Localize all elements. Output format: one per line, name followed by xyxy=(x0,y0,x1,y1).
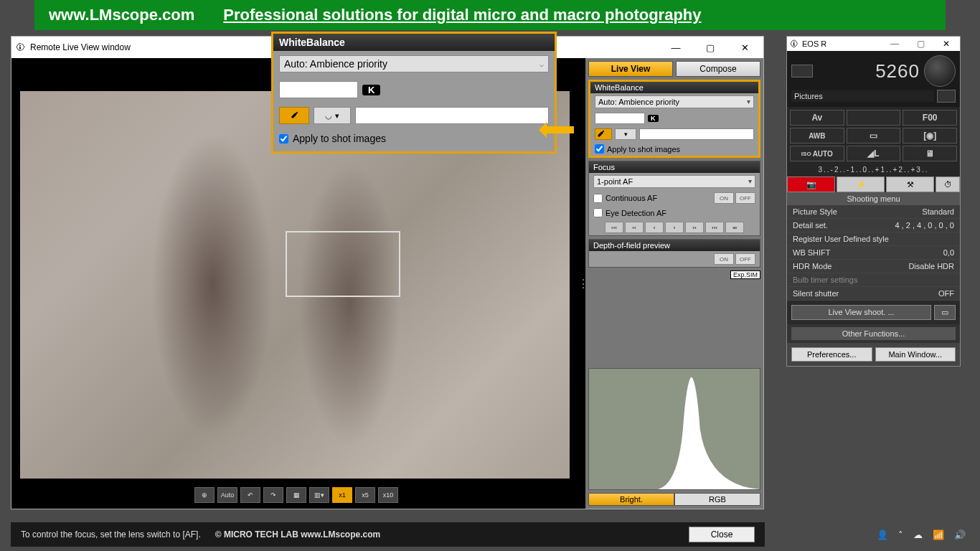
chevron-up-icon[interactable]: ˄ xyxy=(898,529,903,540)
eos-minimize[interactable]: — xyxy=(884,39,905,49)
continuous-af-off[interactable]: OFF xyxy=(735,192,755,204)
wb-mode-button[interactable]: ▾ xyxy=(615,128,636,140)
other-functions-button[interactable]: Other Functions... xyxy=(791,327,956,340)
preview-toolbar: ⊕ Auto ↶ ↷ ▦ ▥▾ x1 x5 x10 xyxy=(16,486,577,504)
wifi-icon[interactable]: 📶 xyxy=(933,529,944,540)
wb-overlay-value-field[interactable] xyxy=(355,107,549,124)
mode-quality[interactable]: ◢L xyxy=(847,146,901,161)
mode-drive[interactable]: ▭ xyxy=(847,128,901,143)
menu-item[interactable]: HDR ModeDisable HDR xyxy=(787,260,960,273)
target-icon[interactable]: ⊕ xyxy=(194,487,215,503)
eyedropper-button[interactable] xyxy=(595,128,612,140)
menu-item[interactable]: Register User Defined style xyxy=(787,232,960,246)
focus-far3[interactable]: ‹‹‹ xyxy=(605,222,623,233)
mode-awb[interactable]: AWB xyxy=(790,128,844,143)
wb-value-field[interactable] xyxy=(639,128,754,140)
kelvin-icon: K xyxy=(362,85,380,95)
hist-bright-tab[interactable]: Bright. xyxy=(588,493,674,506)
focus-infinity[interactable]: ∞ xyxy=(725,222,744,233)
volume-icon[interactable]: 🔊 xyxy=(954,529,966,540)
focus-far1[interactable]: ‹ xyxy=(645,222,664,233)
wb-kelvin-input[interactable] xyxy=(595,113,645,124)
mode-blank1[interactable] xyxy=(847,110,901,126)
close-button[interactable]: ✕ xyxy=(730,39,759,56)
menu-item[interactable]: Detail set.4 , 2 , 4 , 0 , 0 , 0 xyxy=(787,219,960,232)
focus-far2[interactable]: ‹‹ xyxy=(625,222,644,233)
mode-iso[interactable]: ISOAUTO xyxy=(790,146,844,161)
flash-button[interactable]: ⚡ xyxy=(837,176,885,192)
eos-app-icon: 🛈 xyxy=(790,39,798,48)
main-window-button[interactable]: Main Window... xyxy=(875,347,956,362)
wb-overlay-apply-checkbox[interactable] xyxy=(279,134,288,143)
continuous-af-checkbox[interactable] xyxy=(593,194,603,203)
eos-maximize[interactable]: ▢ xyxy=(910,39,931,49)
mode-pc[interactable]: 🖥 xyxy=(903,146,957,161)
shots-remaining: 5260 xyxy=(817,60,920,83)
focus-near3[interactable]: ››› xyxy=(705,222,724,233)
apply-to-shot-checkbox[interactable] xyxy=(595,144,604,154)
apply-to-shot-label: Apply to shot images xyxy=(607,145,680,154)
shooting-menu-header: Shooting menu xyxy=(787,192,960,205)
eos-title: EOS R xyxy=(802,39,826,48)
auto-button[interactable]: Auto xyxy=(217,487,237,503)
hist-rgb-tab[interactable]: RGB xyxy=(674,493,760,506)
cloud-icon[interactable]: ☁ xyxy=(913,529,923,540)
focus-panel: Focus 1-point AF▾ Continuous AFONOFF Eye… xyxy=(588,161,760,236)
rotate-ccw-icon[interactable]: ↶ xyxy=(240,487,260,503)
dof-on[interactable]: ON xyxy=(714,253,734,265)
battery-icon xyxy=(791,65,813,77)
timer-button[interactable]: ⏱ xyxy=(936,176,960,192)
mode-f[interactable]: F00 xyxy=(903,110,957,126)
aspect-icon[interactable]: ▥▾ xyxy=(309,487,329,503)
folder-button[interactable] xyxy=(937,90,956,103)
eye-af-checkbox[interactable] xyxy=(593,208,603,217)
status-hint: To control the focus, set the lens switc… xyxy=(21,529,201,540)
capture-button[interactable]: 📷 xyxy=(787,176,835,192)
eos-control-window: 🛈 EOS R — ▢ ✕ 5260 Pictures AvF00 AWB▭[◉… xyxy=(786,36,961,367)
kelvin-icon: K xyxy=(648,115,659,122)
preferences-button[interactable]: Preferences... xyxy=(791,347,872,362)
eos-close[interactable]: ✕ xyxy=(936,39,957,49)
callout-arrow-icon xyxy=(531,122,574,138)
folder-label[interactable]: Pictures xyxy=(791,90,934,102)
zoom-x5-button[interactable]: x5 xyxy=(355,487,375,503)
people-icon[interactable]: 👤 xyxy=(877,529,888,540)
banner-tagline[interactable]: Professional solutions for digital micro… xyxy=(223,6,701,24)
footer-close-button[interactable]: Close xyxy=(689,527,755,542)
tab-live-view[interactable]: Live View xyxy=(588,61,673,77)
monitor-icon[interactable]: ▭ xyxy=(934,305,956,320)
zoom-x10-button[interactable]: x10 xyxy=(378,487,398,503)
menu-item[interactable]: Silent shutterOFF xyxy=(787,287,960,301)
tab-compose[interactable]: Compose xyxy=(676,61,760,77)
zoom-x1-button[interactable]: x1 xyxy=(332,487,352,503)
continuous-af-on[interactable]: ON xyxy=(714,192,734,204)
menu-item[interactable]: WB SHIFT0,0 xyxy=(787,246,960,260)
af-mode-select[interactable]: 1-point AF▾ xyxy=(593,175,755,188)
dof-off[interactable]: OFF xyxy=(735,253,755,265)
settings-button[interactable]: ⚒ xyxy=(886,176,934,192)
mode-meter[interactable]: [◉] xyxy=(903,128,957,143)
wb-overlay-mode-select[interactable]: Auto: Ambience priority⌵ xyxy=(279,55,549,72)
status-bar: To control the focus, set the lens switc… xyxy=(11,522,765,547)
site-banner: www.LMscope.com Professional solutions f… xyxy=(34,0,946,30)
minimize-button[interactable]: — xyxy=(661,39,690,56)
shutter-dial[interactable] xyxy=(924,55,956,87)
grid-icon[interactable]: ▦ xyxy=(286,487,306,503)
wb-overlay-mode-button[interactable]: ◡ ▾ xyxy=(314,107,351,124)
focus-near1[interactable]: › xyxy=(665,222,684,233)
af-frame[interactable] xyxy=(286,231,400,297)
wb-mode-select[interactable]: Auto: Ambience priority▾ xyxy=(595,95,754,108)
wb-overlay-kelvin-input[interactable] xyxy=(279,81,358,98)
eye-af-label: Eye Detection AF xyxy=(606,209,666,217)
menu-item: Bulb timer settings xyxy=(787,273,960,287)
menu-item[interactable]: Picture StyleStandard xyxy=(787,205,960,219)
maximize-button[interactable]: ▢ xyxy=(696,39,725,56)
rotate-cw-icon[interactable]: ↷ xyxy=(263,487,283,503)
wb-overlay-apply-label: Apply to shot images xyxy=(293,133,386,144)
focus-near2[interactable]: ›› xyxy=(685,222,704,233)
system-tray: 👤 ˄ ☁ 📶 🔊 xyxy=(877,522,966,547)
wb-overlay-eyedropper[interactable] xyxy=(279,107,309,124)
dof-panel: Depth-of-field preview ONOFF xyxy=(588,239,760,268)
live-view-shoot-button[interactable]: Live View shoot. ... xyxy=(791,305,931,320)
mode-av[interactable]: Av xyxy=(790,110,844,126)
